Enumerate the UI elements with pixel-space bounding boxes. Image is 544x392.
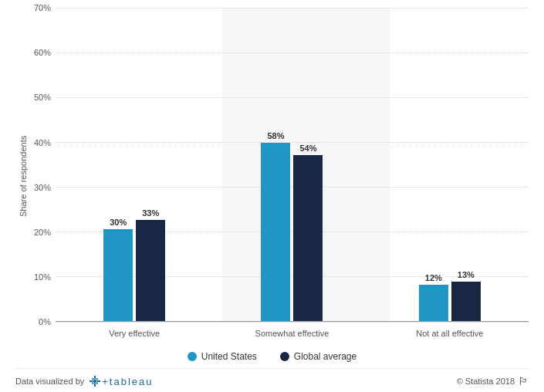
footer: Data visualized by +tableau © Statista 2… xyxy=(15,368,529,392)
bar-value-label: 12% xyxy=(425,273,442,282)
bar-value-label: 33% xyxy=(142,208,159,218)
bar-wrapper: 58% xyxy=(261,131,290,322)
bar-wrapper: 54% xyxy=(293,144,323,322)
legend-dot-global xyxy=(280,352,289,361)
footer-right: © Statista 2018 🏳 xyxy=(457,375,529,387)
tableau-logo: +tableau xyxy=(89,375,153,387)
bar-wrapper: 33% xyxy=(136,208,165,322)
bars-row: 58%54% xyxy=(261,131,323,322)
y-tick-label: 20% xyxy=(28,228,51,237)
chart-container: Share of respondents 70%60%50%40%30%20%1… xyxy=(0,0,544,392)
bar-value-label: 54% xyxy=(299,144,316,153)
y-tick-label: 60% xyxy=(28,48,51,57)
bar-global xyxy=(293,155,323,322)
y-tick-label: 30% xyxy=(28,183,51,192)
x-axis-labels: Very effectiveSomewhat effectiveNot at a… xyxy=(56,322,529,345)
bars-section: 30%33%58%54%12%13% xyxy=(56,8,529,322)
footer-left: Data visualized by +tableau xyxy=(15,375,154,387)
bars-row: 30%33% xyxy=(103,208,165,322)
bar-us xyxy=(103,229,133,322)
legend-dot-us xyxy=(188,352,197,361)
tableau-text: +tableau xyxy=(102,376,153,387)
chart-area: Share of respondents 70%60%50%40%30%20%1… xyxy=(15,8,529,345)
legend-label-us: United States xyxy=(201,351,257,362)
chart-main: 70%60%50%40%30%20%10%0% 30%33%58%54%12%1… xyxy=(28,8,529,345)
legend-item-us: United States xyxy=(188,351,257,362)
y-tick-label: 10% xyxy=(28,272,51,282)
x-axis-label: Somewhat effective xyxy=(213,329,370,338)
bar-group: 12%13% xyxy=(371,270,529,322)
copyright-text: © Statista 2018 xyxy=(457,377,515,386)
bar-us xyxy=(261,143,290,322)
bar-value-label: 30% xyxy=(110,218,127,227)
svg-rect-5 xyxy=(92,383,98,384)
footer-left-text: Data visualized by xyxy=(15,377,84,386)
flag-icon: 🏳 xyxy=(518,375,529,387)
bar-wrapper: 12% xyxy=(419,273,448,322)
bar-us xyxy=(419,285,448,322)
grid-and-bars: 70%60%50%40%30%20%10%0% 30%33%58%54%12%1… xyxy=(28,8,529,345)
bar-value-label: 58% xyxy=(267,131,284,140)
bar-value-label: 13% xyxy=(458,270,475,279)
legend-item-global: Global average xyxy=(280,351,356,362)
bar-global xyxy=(136,220,165,322)
x-axis-label: Not at all effective xyxy=(371,329,529,338)
bars-row: 12%13% xyxy=(419,270,481,322)
tableau-icon xyxy=(89,375,101,387)
legend-label-global: Global average xyxy=(294,351,356,362)
y-tick-label: 0% xyxy=(28,317,51,326)
bar-group: 58%54% xyxy=(213,131,370,322)
y-axis-label: Share of respondents xyxy=(15,8,28,345)
y-tick-label: 40% xyxy=(28,138,51,147)
svg-rect-4 xyxy=(92,378,98,380)
bar-wrapper: 13% xyxy=(451,270,481,322)
bar-wrapper: 30% xyxy=(103,218,133,322)
y-tick-label: 50% xyxy=(28,93,51,102)
legend: United States Global average xyxy=(15,345,529,367)
bar-group: 30%33% xyxy=(56,208,213,322)
bar-global xyxy=(451,282,481,322)
x-axis-label: Very effective xyxy=(56,329,213,338)
svg-rect-1 xyxy=(90,380,100,382)
y-tick-label: 70% xyxy=(28,3,51,12)
